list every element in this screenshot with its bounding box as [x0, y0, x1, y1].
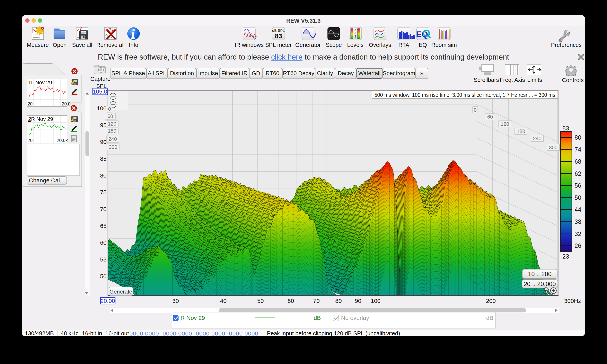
svg-text:240: 240 — [108, 136, 117, 142]
svg-text:74: 74 — [575, 146, 581, 153]
svg-text:23: 23 — [562, 253, 569, 260]
svg-text:10 .. 200: 10 .. 200 — [528, 271, 552, 277]
svg-text:80: 80 — [100, 172, 107, 179]
svg-text:50: 50 — [100, 273, 107, 279]
svg-text:dB: dB — [314, 315, 321, 321]
svg-text:300: 300 — [109, 144, 117, 150]
svg-text:105.0: 105.0 — [93, 88, 107, 95]
svg-text:30: 30 — [172, 298, 179, 304]
svg-text:20: 20 — [28, 138, 33, 143]
svg-text:9: 9 — [355, 37, 356, 40]
svg-text:20.0: 20.0 — [62, 101, 70, 106]
svg-text:83: 83 — [562, 125, 569, 132]
svg-text:20: 20 — [28, 101, 33, 106]
svg-text:300Hz: 300Hz — [564, 298, 581, 304]
svg-text:100: 100 — [371, 298, 381, 304]
svg-text:44: 44 — [575, 206, 581, 213]
svg-text:180: 180 — [517, 128, 525, 134]
svg-text:200: 200 — [486, 298, 496, 304]
svg-text:75: 75 — [100, 189, 107, 195]
svg-text:90: 90 — [100, 139, 107, 145]
svg-text:26: 26 — [575, 242, 581, 249]
svg-text:70: 70 — [100, 206, 107, 212]
svg-text:38: 38 — [575, 218, 581, 225]
svg-text:55: 55 — [100, 256, 107, 263]
svg-text:Generate: Generate — [110, 289, 132, 295]
svg-text:100: 100 — [97, 105, 107, 112]
svg-text:240: 240 — [533, 136, 541, 141]
svg-text:50: 50 — [257, 298, 264, 304]
svg-text:20 .. 20,000: 20 .. 20,000 — [524, 281, 556, 287]
svg-text:56: 56 — [575, 182, 581, 189]
svg-text:32: 32 — [575, 230, 581, 237]
svg-text:180: 180 — [108, 128, 116, 134]
svg-text:60: 60 — [108, 113, 113, 119]
svg-text:dB: dB — [486, 315, 493, 321]
svg-text:65: 65 — [100, 223, 107, 229]
svg-text:80: 80 — [335, 298, 342, 304]
svg-text:EQ: EQ — [416, 30, 428, 39]
svg-text:2R Nov 29: 2R Nov 29 — [28, 116, 53, 122]
svg-text:90: 90 — [355, 298, 361, 304]
svg-text:No overlay: No overlay — [341, 315, 369, 321]
svg-text:120: 120 — [501, 121, 509, 127]
svg-text:68: 68 — [575, 158, 581, 165]
svg-text:1L Nov 29: 1L Nov 29 — [28, 80, 52, 86]
svg-text:50: 50 — [575, 194, 581, 201]
svg-text:40: 40 — [220, 298, 226, 304]
svg-text:62: 62 — [575, 170, 581, 177]
svg-text:0: 0 — [108, 106, 111, 112]
svg-text:60: 60 — [288, 298, 294, 304]
svg-text:120: 120 — [108, 121, 116, 127]
svg-text:dB SPL: dB SPL — [272, 28, 285, 33]
svg-text:20.0k: 20.0k — [57, 138, 68, 143]
svg-text:80: 80 — [575, 134, 581, 141]
svg-text:85: 85 — [100, 156, 107, 162]
svg-text:70: 70 — [313, 298, 319, 304]
svg-text:60: 60 — [100, 239, 107, 246]
svg-text:20.00: 20.00 — [100, 298, 115, 304]
svg-text:300: 300 — [549, 144, 557, 150]
svg-text:500 ms window, 100 ms rise tim: 500 ms window, 100 ms rise time, 3.00 ms… — [374, 92, 555, 98]
svg-text:60: 60 — [487, 114, 493, 120]
svg-text:0: 0 — [474, 107, 477, 113]
svg-text:95: 95 — [100, 122, 107, 128]
svg-text:83: 83 — [275, 32, 282, 40]
svg-text:R Nov 29: R Nov 29 — [180, 315, 205, 321]
